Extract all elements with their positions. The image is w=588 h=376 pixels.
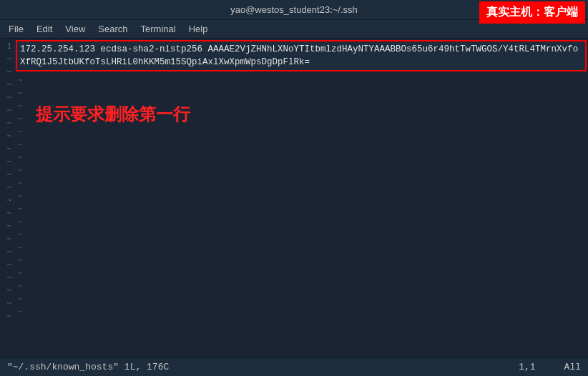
- line-num-17: ~: [0, 246, 14, 259]
- line-num-5: ~: [0, 91, 14, 104]
- tilde-5: ~: [17, 126, 588, 139]
- status-mode: All: [564, 362, 581, 372]
- annotation-label: 真实主机：客户端: [486, 6, 578, 18]
- content-area[interactable]: 172.25.254.123 ecdsa-sha2-nistp256 AAAAE…: [14, 39, 588, 357]
- first-line-text: 172.25.254.123 ecdsa-sha2-nistp256 AAAAE…: [20, 43, 582, 69]
- line-num-1: 1: [0, 40, 14, 53]
- line-num-19: ~: [0, 272, 14, 285]
- line-num-16: ~: [0, 233, 14, 246]
- tilde-9: ~: [17, 177, 588, 190]
- editor-area: 1 ~ ~ ~ ~ ~ ~ ~ ~ ~ ~ ~ ~ ~ ~ ~ ~ ~ ~ ~ …: [0, 39, 588, 357]
- menu-search[interactable]: Search: [92, 22, 133, 36]
- tilde-8: ~: [17, 164, 588, 177]
- line-num-7: ~: [0, 117, 14, 130]
- line-num-22: ~: [0, 310, 14, 323]
- line-num-2: ~: [0, 53, 14, 66]
- tilde-10: ~: [17, 190, 588, 203]
- menu-view[interactable]: View: [59, 22, 91, 36]
- line-numbers: 1 ~ ~ ~ ~ ~ ~ ~ ~ ~ ~ ~ ~ ~ ~ ~ ~ ~ ~ ~ …: [0, 39, 14, 357]
- line-num-15: ~: [0, 220, 14, 233]
- chinese-annotation: 提示要求删除第一行: [36, 103, 190, 126]
- line-num-18: ~: [0, 259, 14, 272]
- line-num-20: ~: [0, 285, 14, 297]
- line-num-21: ~: [0, 297, 14, 310]
- tilde-7: ~: [17, 152, 588, 164]
- line-num-9: ~: [0, 143, 14, 156]
- tilde-14: ~: [17, 242, 588, 254]
- first-line-block: 172.25.254.123 ecdsa-sha2-nistp256 AAAAE…: [16, 40, 587, 71]
- tilde-19: ~: [17, 306, 588, 319]
- tilde-1: ~: [17, 74, 588, 87]
- window-title: yao@westos_student23:~/.ssh: [230, 4, 358, 15]
- line-num-14: ~: [0, 207, 14, 220]
- line-num-4: ~: [0, 79, 14, 91]
- status-position: 1,1: [519, 362, 535, 372]
- status-filename: "~/.ssh/known_hosts" 1L, 176C: [7, 362, 169, 372]
- tilde-15: ~: [17, 254, 588, 267]
- status-right: 1,1 All: [519, 362, 581, 372]
- tilde-18: ~: [17, 293, 588, 306]
- line-num-3: ~: [0, 66, 14, 79]
- tilde-17: ~: [17, 280, 588, 293]
- menu-file[interactable]: File: [3, 22, 29, 36]
- line-num-12: ~: [0, 182, 14, 194]
- line-num-11: ~: [0, 169, 14, 182]
- menu-help[interactable]: Help: [183, 22, 214, 36]
- line-num-6: ~: [0, 104, 14, 117]
- tilde-6: ~: [17, 139, 588, 152]
- line-num-8: ~: [0, 130, 14, 143]
- tilde-11: ~: [17, 203, 588, 216]
- line-num-13: ~: [0, 194, 14, 207]
- tilde-12: ~: [17, 216, 588, 229]
- tilde-2: ~: [17, 87, 588, 100]
- line-num-10: ~: [0, 156, 14, 169]
- tilde-16: ~: [17, 267, 588, 280]
- tilde-13: ~: [17, 229, 588, 242]
- status-bar: "~/.ssh/known_hosts" 1L, 176C 1,1 All: [0, 357, 588, 376]
- menu-terminal[interactable]: Terminal: [135, 22, 182, 36]
- annotation-box: 真实主机：客户端: [479, 1, 585, 24]
- menu-edit[interactable]: Edit: [31, 22, 58, 36]
